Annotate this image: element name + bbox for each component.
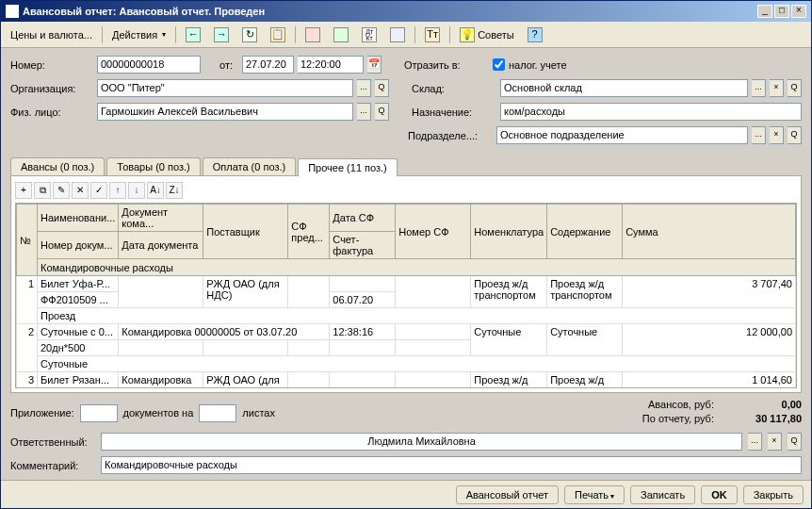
finish-icon[interactable]: ✓ bbox=[90, 182, 107, 199]
sklad-select-icon[interactable] bbox=[752, 79, 766, 97]
comm-input[interactable]: Командировочные расходы bbox=[101, 456, 802, 474]
time-input[interactable]: 12:20:00 bbox=[298, 56, 364, 74]
person-input[interactable]: Гармошкин Алексей Васильевич bbox=[97, 103, 353, 121]
table-row: Проезд bbox=[17, 308, 796, 324]
sort-asc-icon[interactable]: A↓ bbox=[147, 182, 164, 199]
col-sum[interactable]: Сумма bbox=[623, 205, 796, 259]
org-label: Организация: bbox=[10, 83, 93, 94]
number-label: Номер: bbox=[10, 59, 93, 71]
delete-row-icon[interactable]: ✕ bbox=[72, 182, 89, 199]
nav-fwd-icon[interactable]: → bbox=[208, 25, 235, 45]
col-nd[interactable]: Номер докум... bbox=[38, 232, 119, 259]
col-kom[interactable]: Командировочные расходы bbox=[38, 259, 796, 276]
col-dd[interactable]: Дата документа bbox=[119, 232, 203, 259]
org-open-icon[interactable] bbox=[375, 79, 389, 97]
person-select-icon[interactable] bbox=[357, 103, 371, 121]
separator bbox=[175, 26, 176, 43]
col-nom[interactable]: Номенклатура bbox=[471, 205, 547, 259]
col-num[interactable]: № bbox=[17, 205, 38, 276]
content-area: Номер: 00000000018 от: 27.07.20 12:20:00… bbox=[1, 48, 811, 480]
tab-body: + ⧉ ✎ ✕ ✓ ↑ ↓ A↓ Z↓ № Наименовани... Док… bbox=[10, 176, 802, 393]
podr-clear-icon[interactable] bbox=[770, 126, 784, 144]
data-grid[interactable]: № Наименовани... Документ кома... Постав… bbox=[15, 203, 797, 388]
podr-input[interactable]: Основное подразделение bbox=[496, 126, 748, 144]
app-icon bbox=[6, 5, 19, 18]
pril-label: Приложение: bbox=[10, 407, 74, 419]
move-up-icon[interactable]: ↑ bbox=[109, 182, 126, 199]
date-input[interactable]: 27.07.20 bbox=[242, 56, 294, 74]
pril-pages-input[interactable] bbox=[199, 404, 236, 422]
tab-advances[interactable]: Авансы (0 поз.) bbox=[10, 157, 105, 175]
col-schf[interactable]: Счет-фактура bbox=[330, 232, 396, 259]
calendar-icon[interactable] bbox=[367, 56, 382, 74]
col-nsf[interactable]: Номер СФ bbox=[396, 205, 471, 259]
grid-toolbar: + ⧉ ✎ ✕ ✓ ↑ ↓ A↓ Z↓ bbox=[15, 180, 797, 203]
nazn-input[interactable]: ком/расходы bbox=[500, 103, 802, 121]
from-label: от: bbox=[219, 59, 233, 71]
help-icon[interactable]: ? bbox=[522, 25, 548, 45]
actions-menu[interactable]: Действия bbox=[106, 26, 171, 43]
maximize-button[interactable]: □ bbox=[774, 5, 789, 18]
minimize-button[interactable]: _ bbox=[757, 5, 772, 18]
org-select-icon[interactable] bbox=[357, 79, 371, 97]
close-doc-button[interactable]: Закрыть bbox=[743, 485, 804, 504]
tax-checkbox[interactable] bbox=[493, 58, 505, 71]
add-copy-icon[interactable]: ⧉ bbox=[34, 182, 51, 199]
col-dokk[interactable]: Документ кома... bbox=[119, 205, 203, 232]
unpost-icon[interactable] bbox=[328, 25, 354, 45]
number-input[interactable]: 00000000018 bbox=[97, 56, 201, 74]
sklad-open-icon[interactable] bbox=[788, 79, 802, 97]
tab-payment[interactable]: Оплата (0 поз.) bbox=[203, 157, 296, 175]
col-dsf[interactable]: Дата СФ bbox=[330, 205, 396, 232]
col-sf[interactable]: СФ пред... bbox=[288, 205, 330, 259]
close-button[interactable]: × bbox=[791, 5, 806, 18]
tax-label: налог. учете bbox=[509, 59, 567, 71]
resp-label: Ответственный: bbox=[10, 436, 95, 448]
col-sod[interactable]: Содержание bbox=[547, 205, 623, 259]
person-open-icon[interactable] bbox=[375, 103, 389, 121]
col-name[interactable]: Наименовани... bbox=[38, 205, 119, 232]
resp-clear-icon[interactable] bbox=[768, 433, 782, 451]
copy-icon[interactable]: 📋 bbox=[265, 25, 291, 45]
podr-select-icon[interactable] bbox=[752, 126, 766, 144]
resp-input[interactable]: Людмила Михайловна bbox=[101, 433, 742, 451]
sklad-input[interactable]: Основной склад bbox=[500, 79, 748, 97]
report-icon[interactable] bbox=[384, 25, 411, 45]
comm-label: Комментарий: bbox=[10, 460, 95, 471]
save-button[interactable]: Записать bbox=[630, 485, 695, 504]
resp-open-icon[interactable] bbox=[788, 433, 802, 451]
podr-open-icon[interactable] bbox=[788, 126, 802, 144]
sklad-clear-icon[interactable] bbox=[770, 79, 784, 97]
separator bbox=[414, 26, 415, 43]
separator bbox=[449, 26, 450, 43]
col-post[interactable]: Поставщик bbox=[203, 205, 288, 259]
separator bbox=[295, 26, 296, 43]
main-toolbar: Цены и валюта... Действия ← → ↻ 📋 ДтКт T… bbox=[1, 22, 811, 48]
tab-goods[interactable]: Товары (0 поз.) bbox=[106, 157, 200, 175]
post-icon[interactable] bbox=[300, 25, 326, 45]
footer: Приложение: документов на листах Авансов… bbox=[10, 393, 802, 480]
pril-docs-input[interactable] bbox=[80, 404, 118, 422]
edit-row-icon[interactable]: ✎ bbox=[53, 182, 70, 199]
otchet-value: 30 117,80 bbox=[717, 413, 802, 424]
add-row-icon[interactable]: + bbox=[15, 182, 32, 199]
reflect-label: Отразить в: bbox=[404, 59, 489, 71]
dtkt-icon[interactable]: ДтКт bbox=[356, 25, 382, 45]
move-down-icon[interactable]: ↓ bbox=[128, 182, 145, 199]
ok-button[interactable]: OK bbox=[701, 485, 738, 504]
resp-select-icon[interactable] bbox=[748, 433, 762, 451]
refresh-icon[interactable]: ↻ bbox=[236, 25, 263, 45]
nazn-label: Назначение: bbox=[412, 107, 496, 118]
nav-back-icon[interactable]: ← bbox=[180, 25, 206, 45]
tree-icon[interactable]: Tт bbox=[419, 25, 446, 45]
org-input[interactable]: ООО "Питер" bbox=[97, 79, 353, 97]
titlebar: Авансовый отчет: Авансовый отчет. Провед… bbox=[1, 1, 811, 22]
report-button[interactable]: Авансовый отчет bbox=[456, 485, 559, 504]
sort-desc-icon[interactable]: Z↓ bbox=[166, 182, 183, 199]
print-button[interactable]: Печать bbox=[564, 485, 625, 504]
avans-value: 0,00 bbox=[717, 399, 802, 410]
tips-button[interactable]: 💡Советы bbox=[454, 25, 519, 45]
prices-currency-button[interactable]: Цены и валюта... bbox=[5, 26, 98, 43]
table-row: 1Билет Уфа-Р...РЖД ОАО (для НДС)Проезд ж… bbox=[17, 276, 796, 292]
tab-other[interactable]: Прочее (11 поз.) bbox=[298, 158, 398, 176]
